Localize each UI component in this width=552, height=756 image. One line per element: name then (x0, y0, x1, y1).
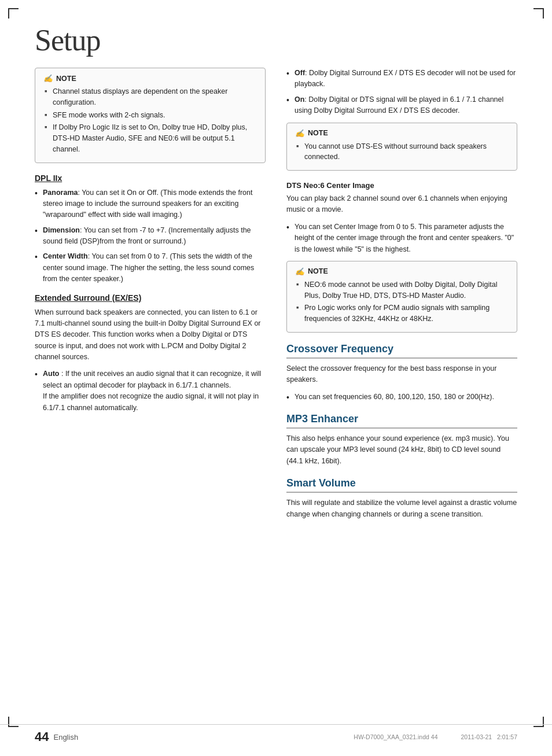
page-title: Setup (35, 23, 517, 57)
mp3-body: This also helps enhance your sound exper… (286, 433, 517, 467)
dpl-heading: DPL IIx (35, 174, 266, 183)
note-item: SFE mode works with 2-ch signals. (43, 110, 257, 121)
dpl-bullet-panorama: Panorama: You can set it On or Off. (Thi… (35, 187, 266, 221)
auto-text: : If the unit receives an audio signal t… (43, 370, 261, 411)
crossover-bullet: You can set frequencies 60, 80, 100,120,… (286, 392, 517, 403)
dpl-bullet-dimension: Dimension: You can set from -7 to +7. (I… (35, 225, 266, 248)
dpl-bullet-list: Panorama: You can set it On or Off. (Thi… (35, 187, 266, 285)
off-text: : Dolby Digital Surround EX / DTS ES dec… (295, 69, 516, 88)
note-box-1: ✍ NOTE Channel status displays are depen… (35, 68, 266, 163)
footer-date: 2011-03-21 2:01:57 (461, 733, 517, 740)
note-box-2: ✍ NOTE You cannot use DTS-ES without sur… (286, 123, 517, 171)
auto-bullet: Auto : If the unit receives an audio sig… (35, 368, 266, 414)
crossover-heading: Crossover Frequency (286, 343, 517, 359)
footer-language: English (53, 733, 78, 742)
dpl-bullet-centerwidth: Center Width: You can set from 0 to 7. (… (35, 251, 266, 285)
dimension-label: Dimension (43, 226, 80, 234)
auto-label: Auto (43, 370, 59, 378)
two-column-layout: ✍ NOTE Channel status displays are depen… (35, 68, 517, 526)
on-text: : Dolby Digital or DTS signal will be pl… (295, 95, 503, 115)
note-title-1: ✍ NOTE (43, 74, 257, 83)
note2-item: You cannot use DTS-ES without surround b… (295, 141, 509, 163)
footer-file: HW-D7000_XAA_0321.indd 44 (354, 733, 437, 740)
footer-page-number: 44 (35, 729, 49, 744)
crossover-bullets: You can set frequencies 60, 80, 100,120,… (286, 392, 517, 403)
crossover-body: Select the crossover frequency for the b… (286, 363, 517, 386)
note-item: Channel status displays are dependent on… (43, 86, 257, 108)
note-box-3: ✍ NOTE NEO:6 mode cannot be used with Do… (286, 261, 517, 333)
centerwidth-label: Center Width (43, 252, 88, 260)
off-label: Off (295, 69, 305, 77)
exes-bullets: Off: Dolby Digital Surround EX / DTS ES … (286, 68, 517, 117)
note-icon-1: ✍ (43, 74, 53, 83)
note3-item-2: Pro Logic works only for PCM audio signa… (295, 303, 509, 324)
on-bullet: On: Dolby Digital or DTS signal will be … (286, 94, 517, 117)
note-list-1: Channel status displays are dependent on… (43, 86, 257, 155)
note-list-2: You cannot use DTS-ES without surround b… (295, 141, 509, 163)
extended-surround-bullets: Auto : If the unit receives an audio sig… (35, 368, 266, 414)
note3-item-1: NEO:6 mode cannot be used with Dolby Dig… (295, 279, 509, 301)
off-bullet: Off: Dolby Digital Surround EX / DTS ES … (286, 68, 517, 90)
note-item: If Dolby Pro Logic IIz is set to On, Dol… (43, 122, 257, 154)
extended-surround-body: When surround back speakers are connecte… (35, 307, 266, 363)
dts-heading: DTS Neo:6 Center Image (286, 181, 517, 190)
dts-body: You can play back 2 channel sound over 6… (286, 193, 517, 216)
corner-mark-tr (533, 8, 544, 19)
footer: 44 English HW-D7000_XAA_0321.indd 44 201… (0, 724, 552, 744)
extended-surround-heading: Extended Surround (EX/ES) (35, 293, 266, 303)
panorama-label: Panorama (43, 189, 78, 197)
note-title-2: ✍ NOTE (295, 129, 509, 138)
smart-volume-heading: Smart Volume (286, 477, 517, 493)
right-column: Off: Dolby Digital Surround EX / DTS ES … (286, 68, 517, 526)
center-image-bullet: You can set Center Image from 0 to 5. Th… (286, 222, 517, 255)
note-title-3: ✍ NOTE (295, 267, 509, 276)
note-icon-3: ✍ (295, 267, 304, 276)
mp3-heading: MP3 Enhancer (286, 413, 517, 429)
note-list-3: NEO:6 mode cannot be used with Dolby Dig… (295, 279, 509, 324)
on-label: On (295, 95, 304, 104)
note-icon-2: ✍ (295, 129, 304, 138)
page: Setup ✍ NOTE Channel status displays are… (0, 0, 552, 756)
dts-bullets: You can set Center Image from 0 to 5. Th… (286, 222, 517, 255)
corner-mark-tl (8, 8, 19, 19)
smart-volume-body: This will regulate and stabilize the vol… (286, 497, 517, 520)
left-column: ✍ NOTE Channel status displays are depen… (35, 68, 266, 526)
